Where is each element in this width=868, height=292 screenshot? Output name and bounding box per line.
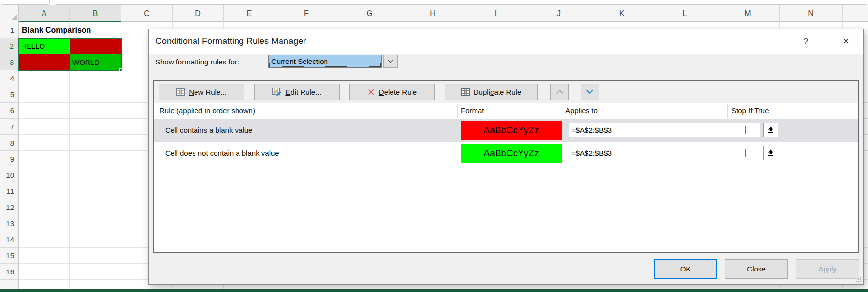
rule-row-blank[interactable]: Cell contains a blank value AaBbCcYyZz [154, 119, 858, 142]
collapse-dialog-arrow-icon [767, 149, 775, 157]
name-box-edge [1, 0, 50, 5]
column-header-C[interactable]: C [121, 5, 173, 22]
header-separator [457, 104, 458, 118]
header-format: Format [461, 103, 484, 119]
applies-to-input[interactable] [569, 123, 760, 137]
fill-handle[interactable] [119, 68, 123, 72]
row-header-8[interactable]: 8 [0, 135, 19, 151]
rules-toolbar: New Rule... Edit Rule... Delete Rule [154, 81, 858, 103]
applies-to-input[interactable] [569, 146, 760, 160]
column-header-L[interactable]: L [653, 5, 716, 22]
column-header-F[interactable]: F [275, 5, 338, 22]
dialog-title-bar: Conditional Formatting Rules Manager ? ✕ [149, 29, 863, 54]
column-header-E[interactable]: E [224, 5, 275, 22]
rule-row-not-blank[interactable]: Cell does not contain a blank value AaBb… [154, 142, 858, 165]
move-up-button[interactable] [550, 84, 569, 100]
row-header-11[interactable]: 11 [0, 183, 19, 199]
rule-description: Cell contains a blank value [165, 119, 252, 142]
column-header-B[interactable]: B [70, 5, 121, 22]
ok-button[interactable]: OK [654, 259, 717, 279]
edit-rule-button[interactable]: Edit Rule... [254, 84, 340, 100]
cell-B2[interactable] [70, 38, 121, 54]
stop-if-true-checkbox[interactable] [738, 126, 746, 134]
rule-description: Cell does not contain a blank value [165, 142, 279, 165]
column-header-I[interactable]: I [464, 5, 527, 22]
column-header-K[interactable]: K [590, 5, 653, 22]
column-headers: ABCDEFGHIJKLMN [0, 5, 868, 22]
row-header-6[interactable]: 6 [0, 103, 19, 119]
resize-grip[interactable] [856, 277, 862, 283]
row-header-9[interactable]: 9 [0, 151, 19, 167]
close-icon[interactable]: ✕ [838, 34, 854, 49]
column-header-N[interactable]: N [780, 5, 843, 22]
delete-rule-button[interactable]: Delete Rule [349, 84, 435, 100]
chevron-up-icon [556, 89, 564, 94]
column-header-J[interactable]: J [527, 5, 590, 22]
sheet-tabs-strip [0, 289, 868, 292]
row-header-10[interactable]: 10 [0, 167, 19, 183]
delete-rule-label: Delete Rule [379, 88, 417, 96]
conditional-formatting-rules-manager-dialog: Conditional Formatting Rules Manager ? ✕… [148, 29, 864, 285]
new-rule-label: New Rule... [189, 88, 227, 96]
header-rule: Rule (applied in order shown) [159, 103, 255, 119]
row-header-4[interactable]: 4 [0, 70, 19, 86]
header-applies-to: Applies to [565, 103, 598, 119]
row-header-7[interactable]: 7 [0, 119, 19, 135]
dialog-title: Conditional Formatting Rules Manager [155, 36, 306, 46]
row-header-1[interactable]: 1 [0, 22, 19, 38]
column-header-M[interactable]: M [716, 5, 780, 22]
format-preview: AaBbCcYyZz [461, 144, 562, 163]
format-preview: AaBbCcYyZz [461, 121, 562, 140]
duplicate-rule-table-icon [461, 88, 470, 96]
show-rules-label-accel: S [155, 58, 160, 66]
delete-x-icon [368, 88, 375, 96]
row-header-15[interactable]: 15 [0, 248, 19, 264]
select-all-triangle-icon [11, 15, 17, 20]
show-rules-label-rest: how formatting rules for: [160, 58, 239, 66]
formula-bar-sliver [0, 0, 868, 5]
column-header-A[interactable]: A [19, 5, 70, 22]
row-separator [154, 165, 858, 165]
row-header-partial [0, 280, 19, 290]
header-stop-if-true: Stop If True [731, 103, 769, 119]
show-rules-dropdown-arrow[interactable] [383, 55, 398, 68]
show-rules-dropdown[interactable]: Current Selection [268, 55, 382, 68]
rules-table-header: Rule (applied in order shown) Format App… [154, 103, 858, 119]
cell-B3[interactable]: WORLD [70, 54, 121, 70]
cell-A3[interactable] [19, 54, 70, 70]
stop-if-true-checkbox[interactable] [738, 149, 746, 157]
column-header-G[interactable]: G [338, 5, 401, 22]
row-header-16[interactable]: 16 [0, 264, 19, 280]
move-down-button[interactable] [581, 84, 599, 100]
close-button[interactable]: Close [725, 259, 788, 279]
row-header-3[interactable]: 3 [0, 54, 19, 70]
collapse-dialog-arrow-icon [767, 126, 775, 134]
row-header-14[interactable]: 14 [0, 231, 19, 248]
row-header-5[interactable]: 5 [0, 86, 19, 103]
cell-A1[interactable]: Blank Comparison [20, 22, 122, 38]
show-rules-label: Show formatting rules for: [155, 58, 239, 66]
header-separator [563, 104, 563, 118]
chevron-down-icon [586, 89, 594, 94]
range-picker-button[interactable] [763, 123, 778, 137]
header-separator [727, 104, 728, 118]
help-icon[interactable]: ? [799, 34, 813, 49]
rules-frame: New Rule... Edit Rule... Delete Rule [153, 80, 859, 253]
new-rule-button[interactable]: New Rule... [159, 84, 244, 100]
duplicate-rule-label: Duplicate Rule [474, 88, 521, 96]
column-header-D[interactable]: D [173, 5, 224, 22]
cell-A2[interactable]: HELLO [19, 38, 70, 54]
row-header-13[interactable]: 13 [0, 215, 19, 231]
row-header-2[interactable]: 2 [0, 38, 19, 54]
edit-rule-pencil-icon [272, 88, 282, 96]
range-picker-button[interactable] [763, 146, 778, 160]
apply-button[interactable]: Apply [796, 259, 859, 279]
row-header-12[interactable]: 12 [0, 199, 19, 215]
column-header-H[interactable]: H [401, 5, 464, 22]
formula-bar-edge [55, 0, 867, 5]
chevron-down-icon [388, 60, 393, 63]
select-all-box[interactable] [0, 5, 19, 22]
excel-screen: ABCDEFGHIJKLMN 12345678910111213141516 B… [0, 0, 868, 292]
edit-rule-label: Edit Rule... [285, 88, 321, 96]
duplicate-rule-button[interactable]: Duplicate Rule [445, 84, 538, 100]
